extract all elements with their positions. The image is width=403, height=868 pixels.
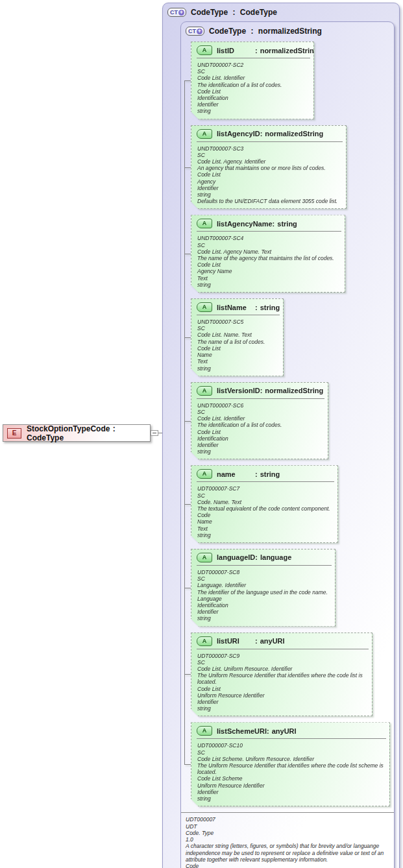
separator (197, 141, 343, 142)
separator (197, 315, 280, 315)
attribute-name: listSchemeURI (217, 727, 267, 735)
attribute-annotation: UNDT000007-SC3 SC Code List. Agency. Ide… (191, 143, 346, 209)
attribute-name: listURI (217, 637, 255, 645)
separator (197, 58, 310, 58)
attribute-annotation: UDT000007-SC8 SC Language. Identifier Th… (191, 567, 335, 626)
attribute-box-listname[interactable]: A listName : string UNDT000007-SC5 SC Co… (191, 298, 284, 376)
connector-spine (184, 80, 185, 764)
attribute-icon: A (197, 553, 212, 562)
attribute-annotation: UNDT000007-SC5 SC Code List. Name. Text … (191, 317, 283, 376)
complextype-box-inner: CT+ CodeType : normalizedString A listID… (180, 21, 395, 868)
attribute-icon: A (197, 469, 212, 479)
attribute-annotation: UNDT000007-SC6 SC Code List. Identifier … (191, 400, 328, 459)
separator (197, 738, 386, 739)
attribute-name: listName (217, 304, 255, 311)
collapse-handle-icon[interactable] (151, 430, 158, 436)
attribute-annotation: UNDT000007-SC4 SC Code List. Agency Name… (191, 233, 345, 292)
attribute-header: A listURI : anyURI (191, 633, 372, 647)
attribute-box-listagencyname[interactable]: A listAgencyName : string UNDT000007-SC4… (191, 215, 345, 293)
attribute-icon: A (197, 129, 212, 139)
attribute-type: anyURI (260, 637, 285, 645)
attribute-header: A listAgencyID : normalizedString (191, 126, 346, 140)
attribute-annotation: UDT000007-SC7 SC Code. Name. Text The te… (191, 483, 337, 542)
attribute-box-listversionid[interactable]: A listVersionID : normalizedString UNDT0… (191, 382, 328, 460)
attribute-type: string (260, 304, 280, 311)
separator (197, 565, 332, 566)
attribute-box-listid[interactable]: A listID : normalizedString UNDT000007-S… (191, 42, 314, 119)
attribute-header: A listSchemeURI : anyURI (191, 723, 389, 737)
attribute-icon: A (197, 45, 212, 55)
outer-box-header[interactable]: CT+ CodeType : CodeType (163, 3, 399, 19)
attribute-header: A listAgencyName : string (191, 215, 345, 230)
outer-box-title: CodeType : CodeType (191, 8, 277, 17)
attribute-header: A listName : string (191, 299, 283, 313)
attribute-header: A listVersionID : normalizedString (191, 383, 328, 397)
attribute-name: name (217, 470, 255, 478)
attribute-header: A name : string (191, 466, 337, 480)
complextype-icon: CT+ (186, 27, 204, 36)
attribute-name: listID (217, 47, 255, 54)
complextype-icon: CT+ (167, 8, 186, 17)
attribute-box-listuri[interactable]: A listURI : anyURI UDT000007-SC9 SC Code… (191, 633, 372, 717)
attribute-type: normalizedString (265, 387, 323, 394)
attribute-type: normalizedString (265, 130, 323, 138)
attribute-name: listAgencyID (217, 130, 260, 138)
attribute-type: normalizedString (260, 47, 319, 54)
attribute-type: string (277, 220, 297, 228)
plus-icon: + (178, 10, 184, 16)
attribute-box-name[interactable]: A name : string UDT000007-SC7 SC Code. N… (191, 465, 338, 543)
plus-icon: + (197, 29, 202, 34)
attribute-icon: A (197, 386, 212, 396)
attribute-list: A listID : normalizedString UNDT000007-S… (181, 38, 394, 806)
attribute-box-languageid[interactable]: A languageID : language UDT000007-SC8 SC… (191, 549, 336, 627)
attribute-type: anyURI (272, 727, 297, 735)
attribute-box-listschemeuri[interactable]: A listSchemeURI : anyURI UDT000007-SC10 … (191, 722, 390, 806)
attribute-header: A languageID : language (191, 549, 335, 564)
element-box-stockoptiontypecode[interactable]: E StockOptionTypeCode : CodeType (3, 424, 151, 442)
element-title: StockOptionTypeCode : CodeType (27, 424, 146, 442)
attribute-name: listAgencyName (217, 220, 273, 228)
attribute-type: string (260, 470, 280, 478)
attribute-box-listagencyid[interactable]: A listAgencyID : normalizedString UNDT00… (191, 125, 347, 210)
element-icon: E (7, 428, 21, 439)
attribute-icon: A (197, 219, 212, 228)
attribute-icon: A (197, 302, 212, 312)
inner-box-header[interactable]: CT+ CodeType : normalizedString (181, 22, 394, 38)
attribute-icon: A (197, 726, 212, 736)
separator (197, 398, 324, 399)
schema-diagram: E StockOptionTypeCode : CodeType CT+ Cod… (0, 0, 403, 868)
attribute-name: listVersionID (217, 387, 260, 394)
separator (197, 231, 341, 232)
documentation-text: UDT000007 UDT Code. Type 1.0 A character… (181, 813, 394, 868)
attribute-name: languageID (217, 553, 255, 561)
attribute-annotation: UNDT000007-SC2 SC Code List. Identifier … (191, 60, 313, 119)
attribute-annotation: UDT000007-SC10 SC Code List Scheme. Unif… (191, 740, 389, 806)
separator (197, 649, 369, 649)
complextype-box-outer: CT+ CodeType : CodeType CT+ CodeType : n… (162, 3, 400, 868)
inner-box-title: CodeType : normalizedString (209, 27, 322, 36)
attribute-type: language (260, 553, 291, 561)
attribute-header: A listID : normalizedString (191, 42, 313, 56)
attribute-annotation: UDT000007-SC9 SC Code List. Uniform Reso… (191, 651, 372, 716)
separator (197, 481, 334, 482)
attribute-icon: A (197, 636, 212, 646)
